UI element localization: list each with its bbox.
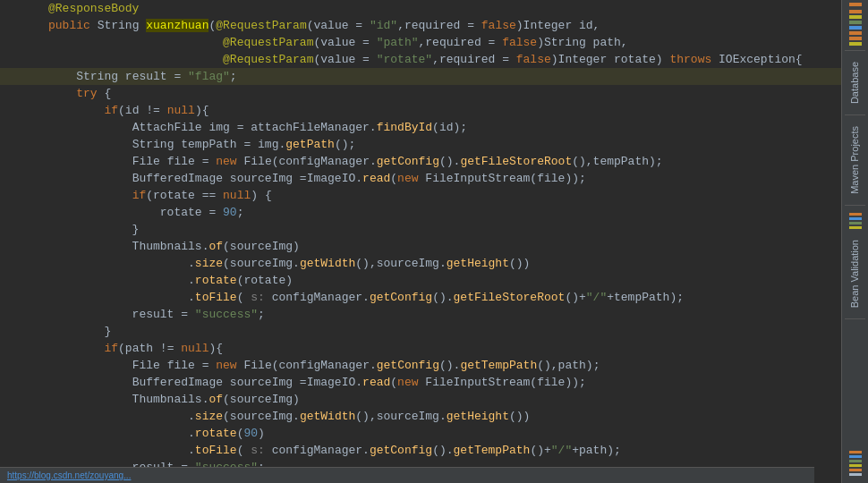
bottom-strips (849, 451, 862, 483)
code-line-9: File file = new File(configManager.getCo… (0, 153, 841, 170)
code-line-7: AttachFile img = attachFileManager.findB… (0, 119, 841, 136)
code-line-3: @RequestParam(value = "rotate",required … (0, 51, 841, 68)
code-line-20: if(path != null){ (0, 340, 841, 357)
strip-5 (849, 26, 862, 30)
line-code-19: } (45, 323, 841, 340)
code-line-17: .toFile( s: configManager.getConfig().ge… (0, 289, 841, 306)
bs2 (849, 455, 862, 458)
line-code-22: BufferedImage sourceImg =ImageIO.read(ne… (45, 374, 841, 391)
code-line-10: BufferedImage sourceImg =ImageIO.read(ne… (0, 170, 841, 187)
sidebar-divider-4 (845, 318, 865, 319)
bottom-bar: https://blog.csdn.net/zouyang... (0, 467, 814, 483)
strip-1 (849, 3, 862, 6)
line-code-4: String result = "flag"; (45, 68, 841, 85)
line-code-17: .toFile( s: configManager.getConfig().ge… (45, 289, 841, 306)
s4 (849, 226, 862, 229)
strip-8 (849, 42, 862, 46)
line-code-14: Thumbnails.of(sourceImg) (45, 238, 841, 255)
sidebar-divider-3 (845, 205, 865, 206)
code-line-5: try { (0, 85, 841, 102)
bs6 (849, 473, 862, 476)
bs4 (849, 464, 862, 467)
line-code-21: File file = new File(configManager.getCo… (45, 357, 841, 374)
s1 (849, 213, 862, 216)
strip-2 (849, 10, 862, 13)
line-code-9: File file = new File(configManager.getCo… (45, 153, 841, 170)
code-line-1: public String xuanzhuan(@RequestParam(va… (0, 17, 841, 34)
code-line-16: .rotate(rotate) (0, 272, 841, 289)
line-code-24: .size(sourceImg.getWidth(),sourceImg.get… (45, 408, 841, 425)
line-code-5: try { (45, 85, 841, 102)
code-line-14: Thumbnails.of(sourceImg) (0, 238, 841, 255)
strip-4 (849, 21, 862, 24)
code-line-13: } (0, 221, 841, 238)
sidebar-tab-maven[interactable]: Maven Projects (847, 119, 864, 201)
strip-3 (849, 15, 862, 19)
code-line-25: .rotate(90) (0, 425, 841, 442)
code-line-11: if(rotate == null) { (0, 187, 841, 204)
line-code-12: rotate = 90; (45, 204, 841, 221)
line-code-23: Thumbnails.of(sourceImg) (45, 391, 841, 408)
line-code-0: @ResponseBody (45, 0, 841, 17)
code-line-12: rotate = 90; (0, 204, 841, 221)
code-line-8: String tempPath = img.getPath(); (0, 136, 841, 153)
s2 (849, 217, 862, 220)
sidebar-divider-2 (845, 114, 865, 115)
code-line-4: String result = "flag"; (0, 68, 841, 85)
code-content: @ResponseBodypublic String xuanzhuan(@Re… (0, 0, 841, 483)
small-strips (849, 209, 862, 233)
s3 (849, 222, 862, 225)
line-code-25: .rotate(90) (45, 425, 841, 442)
sidebar-divider-1 (845, 50, 865, 51)
code-line-19: } (0, 323, 841, 340)
code-line-26: .toFile( s: configManager.getConfig().ge… (0, 442, 841, 459)
url-label: https://blog.csdn.net/zouyang... (7, 470, 131, 480)
code-editor: @ResponseBodypublic String xuanzhuan(@Re… (0, 0, 841, 483)
line-code-1: public String xuanzhuan(@RequestParam(va… (45, 17, 841, 34)
code-line-6: if(id != null){ (0, 102, 841, 119)
code-line-2: @RequestParam(value = "path",required = … (0, 34, 841, 51)
line-code-26: .toFile( s: configManager.getConfig().ge… (45, 442, 841, 459)
bs3 (849, 460, 862, 462)
bs5 (849, 469, 862, 471)
line-code-16: .rotate(rotate) (45, 272, 841, 289)
strip-6 (849, 31, 862, 35)
code-line-23: Thumbnails.of(sourceImg) (0, 391, 841, 408)
right-sidebar: Database Maven Projects Bean Validation (841, 0, 868, 483)
line-code-15: .size(sourceImg.getWidth(),sourceImg.get… (45, 255, 841, 272)
code-line-22: BufferedImage sourceImg =ImageIO.read(ne… (0, 374, 841, 391)
line-code-20: if(path != null){ (45, 340, 841, 357)
code-line-15: .size(sourceImg.getWidth(),sourceImg.get… (0, 255, 841, 272)
line-code-3: @RequestParam(value = "rotate",required … (45, 51, 841, 68)
bs1 (849, 451, 862, 453)
line-code-7: AttachFile img = attachFileManager.findB… (45, 119, 841, 136)
line-code-11: if(rotate == null) { (45, 187, 841, 204)
line-code-2: @RequestParam(value = "path",required = … (45, 34, 841, 51)
strip-7 (849, 37, 862, 40)
line-code-8: String tempPath = img.getPath(); (45, 136, 841, 153)
sidebar-tab-database[interactable]: Database (847, 55, 864, 111)
line-code-18: result = "success"; (45, 306, 841, 323)
code-line-24: .size(sourceImg.getWidth(),sourceImg.get… (0, 408, 841, 425)
code-line-21: File file = new File(configManager.getCo… (0, 357, 841, 374)
line-code-10: BufferedImage sourceImg =ImageIO.read(ne… (45, 170, 841, 187)
sidebar-tab-bean[interactable]: Bean Validation (847, 233, 864, 315)
line-code-6: if(id != null){ (45, 102, 841, 119)
code-line-18: result = "success"; (0, 306, 841, 323)
code-line-0: @ResponseBody (0, 0, 841, 17)
line-code-13: } (45, 221, 841, 238)
